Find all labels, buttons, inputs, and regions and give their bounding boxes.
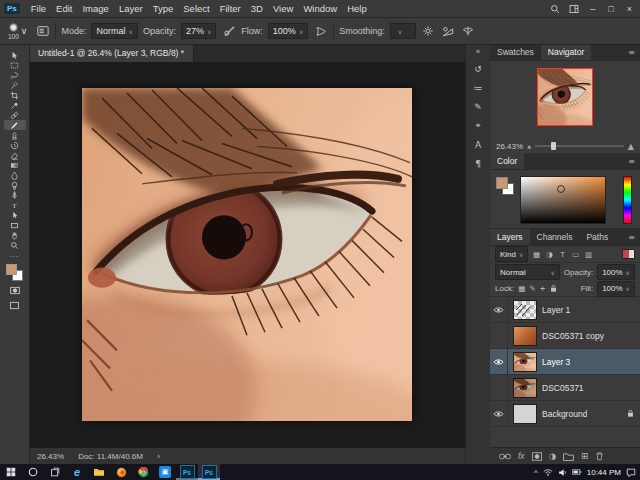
tab-swatches[interactable]: Swatches — [490, 44, 541, 60]
panel-menu-icon[interactable]: ≡ — [623, 229, 640, 245]
layer-thumbnail[interactable] — [513, 326, 537, 346]
brush-preset-picker[interactable]: 100 ∨ — [5, 23, 30, 40]
clone-source-panel-icon[interactable]: ⌖ — [470, 119, 486, 132]
dodge-tool[interactable] — [4, 180, 26, 190]
photoshop-app-icon[interactable]: Ps — [176, 464, 198, 480]
lock-image-pixels-icon[interactable]: ✎ — [529, 284, 535, 293]
opacity-dropdown[interactable]: 27% ∨ — [181, 23, 216, 39]
tab-layers[interactable]: Layers — [490, 229, 530, 245]
menu-edit[interactable]: Edit — [51, 3, 77, 14]
filter-shape-layers-icon[interactable]: ▭ — [570, 250, 580, 259]
hidden-icons-caret[interactable]: ^ — [534, 468, 538, 477]
spot-healing-brush-tool[interactable] — [4, 110, 26, 120]
tab-color[interactable]: Color — [490, 153, 524, 169]
screen-mode-icon[interactable] — [9, 300, 20, 311]
canvas-area[interactable] — [29, 62, 466, 448]
layer-row[interactable]: DSC05371 copy — [490, 323, 640, 349]
link-layers-icon[interactable] — [499, 453, 511, 460]
menu-window[interactable]: Window — [298, 3, 342, 14]
zoom-slider-handle[interactable] — [551, 142, 556, 150]
layer-thumbnail[interactable] — [513, 404, 537, 424]
quick-selection-tool[interactable] — [4, 80, 26, 90]
visibility-toggle[interactable] — [490, 401, 508, 426]
canvas-artwork[interactable] — [82, 88, 412, 421]
workspace-icon[interactable] — [568, 3, 580, 15]
lock-transparent-pixels-icon[interactable]: ▦ — [518, 284, 525, 293]
zoom-in-icon[interactable]: ▲ — [628, 142, 634, 151]
move-tool[interactable] — [4, 50, 26, 60]
cortana-button[interactable] — [22, 464, 44, 480]
flow-dropdown[interactable]: 100% ∨ — [268, 23, 308, 39]
layer-style-fx-icon[interactable]: fx — [518, 451, 525, 461]
layer-name[interactable]: Layer 3 — [542, 357, 570, 367]
layer-name[interactable]: DSC05371 — [542, 383, 584, 393]
rectangle-tool[interactable] — [4, 220, 26, 230]
mode-dropdown[interactable]: Normal ∨ — [91, 23, 137, 39]
menu-layer[interactable]: Layer — [114, 3, 148, 14]
new-layer-icon[interactable]: ⊞ — [581, 451, 588, 461]
layer-name[interactable]: Background — [542, 409, 587, 419]
pressure-size-icon[interactable] — [441, 24, 456, 39]
layers-opacity-dropdown[interactable]: 100% ∨ — [597, 264, 635, 280]
smoothing-dropdown[interactable]: ∨ — [390, 23, 416, 39]
visibility-toggle[interactable] — [490, 349, 508, 374]
color-picker-marker[interactable] — [557, 185, 565, 193]
status-chevron-icon[interactable]: › — [157, 452, 160, 461]
history-panel-icon[interactable]: ↺ — [470, 62, 486, 75]
visibility-toggle[interactable] — [490, 323, 508, 348]
photoshop-active-app-icon[interactable]: Ps — [198, 464, 220, 480]
foreground-background-swatches[interactable] — [6, 264, 23, 281]
layer-row[interactable]: Layer 3 — [490, 349, 640, 375]
gradient-tool[interactable] — [4, 160, 26, 170]
toggle-brush-settings-icon[interactable] — [35, 24, 50, 39]
visibility-toggle[interactable] — [490, 297, 508, 322]
menu-3d[interactable]: 3D — [246, 3, 268, 14]
battery-icon[interactable] — [572, 468, 582, 476]
document-tab[interactable]: Untitled-1 @ 26.4% (Layer 3, RGB/8) * — [29, 44, 194, 62]
menu-image[interactable]: Image — [77, 3, 113, 14]
symmetry-icon[interactable] — [461, 24, 476, 39]
lock-all-icon[interactable] — [550, 284, 557, 293]
clone-stamp-tool[interactable] — [4, 130, 26, 140]
character-panel-icon[interactable]: A — [470, 138, 486, 151]
menu-type[interactable]: Type — [148, 3, 179, 14]
zoom-out-icon[interactable]: ▲ — [527, 143, 531, 149]
start-button[interactable] — [0, 464, 22, 480]
hue-slider[interactable] — [623, 176, 632, 224]
toolbar-ellipsis-icon[interactable]: ··· — [10, 255, 20, 260]
maximize-button[interactable]: □ — [605, 4, 616, 14]
history-brush-tool[interactable] — [4, 140, 26, 150]
menu-select[interactable]: Select — [178, 3, 214, 14]
fill-dropdown[interactable]: 100% ∨ — [597, 281, 635, 297]
brush-tool[interactable] — [4, 120, 26, 130]
blur-tool[interactable] — [4, 170, 26, 180]
blend-mode-dropdown[interactable]: Normal ∨ — [495, 264, 560, 280]
layer-row[interactable]: Layer 1 — [490, 297, 640, 323]
eyedropper-tool[interactable] — [4, 100, 26, 110]
layer-name[interactable]: Layer 1 — [542, 305, 570, 315]
panel-menu-icon[interactable]: ≡ — [623, 153, 640, 169]
pressure-opacity-icon[interactable] — [221, 24, 236, 39]
paragraph-panel-icon[interactable]: ¶ — [470, 157, 486, 170]
visibility-toggle[interactable] — [490, 375, 508, 400]
type-tool[interactable]: T — [4, 200, 26, 210]
new-group-icon[interactable] — [563, 452, 574, 461]
layer-thumbnail[interactable] — [513, 352, 537, 372]
color-panel-swatches[interactable] — [496, 177, 514, 195]
saturation-brightness-picker[interactable] — [520, 176, 606, 224]
layer-row[interactable]: Background — [490, 401, 640, 427]
rectangular-marquee-tool[interactable] — [4, 60, 26, 70]
filter-adjustment-layers-icon[interactable]: ◑ — [544, 250, 554, 259]
wifi-icon[interactable] — [543, 468, 553, 477]
expand-panels-icon[interactable]: « — [476, 47, 481, 56]
volume-icon[interactable] — [558, 468, 567, 477]
foreground-color-swatch[interactable] — [6, 264, 17, 275]
airbrush-icon[interactable] — [313, 24, 328, 39]
properties-panel-icon[interactable]: ≔ — [470, 81, 486, 94]
navigator-zoom-value[interactable]: 26.43% — [496, 142, 523, 151]
search-icon[interactable] — [549, 3, 561, 15]
smoothing-gear-icon[interactable] — [421, 24, 436, 39]
tab-navigator[interactable]: Navigator — [541, 44, 591, 60]
adjustment-layer-icon[interactable]: ◑ — [549, 451, 556, 461]
mail-app-icon[interactable]: ▣ — [154, 464, 176, 480]
